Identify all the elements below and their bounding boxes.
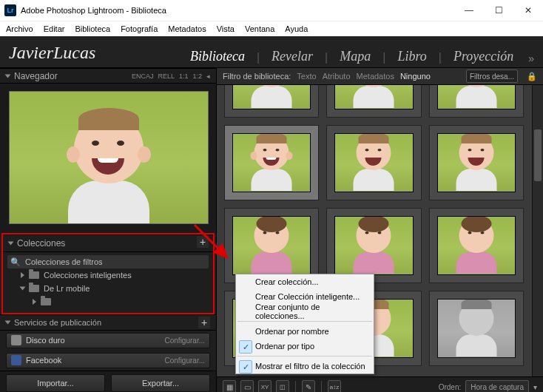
collection-label: Colecciones inteligentes xyxy=(44,271,132,280)
sort-combo[interactable]: Hora de captura xyxy=(465,380,529,392)
minimize-button[interactable]: — xyxy=(454,0,484,21)
thumbnail-cell[interactable] xyxy=(326,208,421,283)
sort-label: Orden: xyxy=(439,383,462,391)
menu-item[interactable]: Ayuda xyxy=(285,24,308,33)
harddrive-icon xyxy=(11,335,21,345)
collections-title: Colecciones xyxy=(17,238,207,249)
menu-show-collection-filter[interactable]: ✓Mostrar el filtro de la colección xyxy=(236,359,374,374)
toolbar-menu-chevron[interactable]: ▾ xyxy=(533,383,537,391)
grid-view-icon[interactable]: ▦ xyxy=(223,380,236,392)
filter-tab-attribute[interactable]: Atributo xyxy=(323,72,351,81)
menu-create-collection-set[interactable]: Crear conjunto de colecciones... xyxy=(236,304,374,319)
check-icon: ✓ xyxy=(239,340,252,354)
left-panel: Navegador ENCAJ RELL 1:1 1:2 ◂ Coleccion… xyxy=(0,68,217,392)
publish-configure-link[interactable]: Configurar... xyxy=(165,356,205,365)
filter-label: Filtro de biblioteca: xyxy=(223,72,291,81)
add-publish-button[interactable]: + xyxy=(198,317,210,328)
filter-icon: 🔍 xyxy=(10,257,21,267)
folder-icon xyxy=(41,298,51,305)
app-logo: Lr xyxy=(4,4,16,16)
thumbnail-cell[interactable] xyxy=(429,125,524,200)
nav-zoom-opt[interactable]: ENCAJ xyxy=(132,72,154,80)
loupe-view-icon[interactable]: ▭ xyxy=(240,380,254,392)
nav-zoom-opt[interactable]: 1:1 xyxy=(179,72,189,80)
navigator-preview[interactable] xyxy=(9,91,209,224)
thumbnail-cell[interactable] xyxy=(326,125,421,200)
sort-direction-icon[interactable]: a↕z xyxy=(328,380,341,392)
nav-zoom-opt[interactable]: 1:2 xyxy=(192,72,202,80)
library-filter-bar: Filtro de biblioteca: Texto Atributo Met… xyxy=(217,68,543,85)
collection-filter-root[interactable]: 🔍 Colecciones de filtros xyxy=(7,255,209,268)
module-overflow-arrow[interactable]: » xyxy=(525,53,534,64)
export-button[interactable]: Exportar... xyxy=(111,374,210,392)
collection-item[interactable]: De Lr mobile xyxy=(7,282,209,295)
filter-tab-metadata[interactable]: Metadatos xyxy=(357,72,394,81)
menu-create-smart-collection[interactable]: Crear Colección inteligente... xyxy=(236,289,374,304)
navigator-title: Navegador xyxy=(14,71,127,81)
scrollbar-handle[interactable] xyxy=(534,129,542,181)
grid-toolbar: ▦ ▭ XY ◫ ✎ a↕z Orden: Hora de captura ▾ xyxy=(217,376,543,392)
collections-context-menu: Crear colección... Crear Colección intel… xyxy=(235,274,374,374)
nav-zoom-dropdown[interactable]: ◂ xyxy=(206,72,210,80)
module-tab-map[interactable]: Mapa xyxy=(335,49,375,64)
close-button[interactable]: ✕ xyxy=(513,0,543,21)
collection-item[interactable]: Colecciones inteligentes xyxy=(7,268,209,282)
menu-item[interactable]: Biblioteca xyxy=(75,24,110,33)
module-tab-develop[interactable]: Revelar xyxy=(267,49,317,64)
facebook-icon xyxy=(11,355,21,365)
navigator-panel-header[interactable]: Navegador ENCAJ RELL 1:1 1:2 ◂ xyxy=(0,68,216,84)
menu-create-collection[interactable]: Crear colección... xyxy=(236,274,374,289)
survey-view-icon[interactable]: ◫ xyxy=(276,380,289,392)
window-title: Adobe Photoshop Lightroom - Biblioteca xyxy=(21,6,166,15)
menu-item[interactable]: Fotografía xyxy=(121,24,158,33)
menu-sort-by-type[interactable]: ✓Ordenar por tipo xyxy=(236,339,374,354)
publish-service-label: Disco duro xyxy=(26,336,165,345)
menu-item[interactable]: Archivo xyxy=(6,24,33,33)
lock-icon[interactable]: 🔒 xyxy=(527,72,537,81)
folder-icon xyxy=(29,285,39,292)
module-tab-book[interactable]: Libro xyxy=(393,49,431,64)
import-button[interactable]: Importar... xyxy=(6,374,105,392)
thumbnail-cell[interactable] xyxy=(326,85,421,118)
identity-plate: JavierLucas xyxy=(9,43,178,64)
thumbnail-cell[interactable] xyxy=(429,291,524,366)
maximize-button[interactable]: ☐ xyxy=(484,0,513,21)
menu-item[interactable]: Vista xyxy=(217,24,235,33)
filter-preset-combo[interactable]: Filtros desa... xyxy=(466,70,518,83)
collection-label: De Lr mobile xyxy=(44,284,90,293)
collection-item[interactable] xyxy=(7,295,209,308)
collection-filter-label: Colecciones de filtros xyxy=(25,257,103,266)
publish-title: Servicios de publicación xyxy=(14,318,198,327)
add-collection-button[interactable]: + xyxy=(197,236,209,248)
filter-tab-text[interactable]: Texto xyxy=(297,72,316,81)
thumbnail-cell[interactable] xyxy=(224,85,319,118)
menu-item[interactable]: Editar xyxy=(44,24,65,33)
menu-item[interactable]: Ventana xyxy=(245,24,274,33)
folder-icon xyxy=(29,271,39,279)
thumbnail-cell[interactable] xyxy=(224,208,319,283)
menu-sort-by-name[interactable]: Ordenar por nombre xyxy=(236,324,374,339)
thumbnail-cell[interactable] xyxy=(429,208,524,283)
module-tab-slideshow[interactable]: Proyección xyxy=(449,49,518,64)
window-titlebar: Lr Adobe Photoshop Lightroom - Bibliotec… xyxy=(0,0,543,21)
painter-icon[interactable]: ✎ xyxy=(302,380,315,392)
menu-item[interactable]: Metadatos xyxy=(168,24,206,33)
publish-panel-header[interactable]: Servicios de publicación + xyxy=(0,314,216,330)
check-icon: ✓ xyxy=(239,360,252,374)
publish-service-facebook[interactable]: Facebook Configurar... xyxy=(6,353,210,368)
thumbnail-cell-selected[interactable] xyxy=(224,125,319,200)
main-menubar: Archivo Editar Biblioteca Fotografía Met… xyxy=(0,21,543,36)
collections-panel-header[interactable]: Colecciones + xyxy=(3,234,213,252)
module-header: JavierLucas Biblioteca| Revelar| Mapa| L… xyxy=(0,36,543,68)
filter-tab-none[interactable]: Ninguno xyxy=(400,72,431,81)
publish-service-harddrive[interactable]: Disco duro Configurar... xyxy=(6,333,210,348)
module-tab-library[interactable]: Biblioteca xyxy=(186,49,249,64)
publish-configure-link[interactable]: Configurar... xyxy=(165,337,205,345)
compare-view-icon[interactable]: XY xyxy=(258,380,272,392)
publish-service-label: Facebook xyxy=(26,356,165,365)
collections-panel-highlight: Colecciones + 🔍 Colecciones de filtros C… xyxy=(1,233,215,314)
thumbnail-cell[interactable] xyxy=(429,85,524,118)
nav-zoom-opt[interactable]: RELL xyxy=(158,72,175,80)
grid-scrollbar[interactable] xyxy=(532,85,543,376)
